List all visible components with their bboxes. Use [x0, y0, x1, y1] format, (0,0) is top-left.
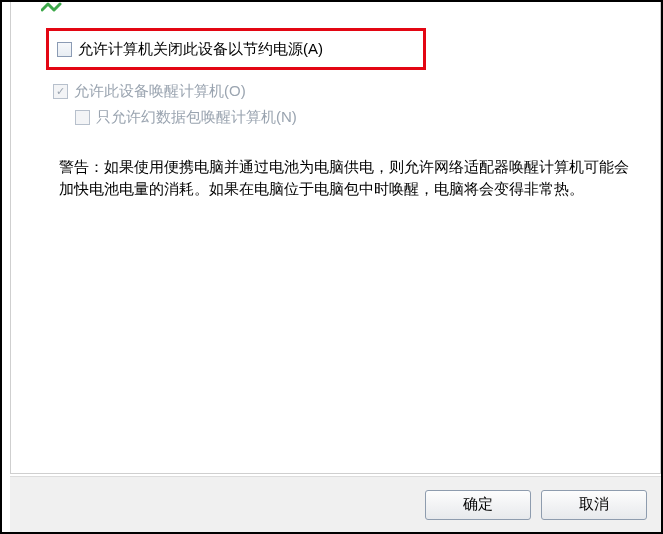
magic-packet-only-label: 只允许幻数据包唤醒计算机(N) [96, 108, 297, 127]
tab-content-panel: 允许计算机关闭此设备以节约电源(A) 允许此设备唤醒计算机(O) 只允许幻数据包… [10, 0, 661, 474]
device-icon [41, 0, 65, 14]
allow-power-off-checkbox[interactable] [57, 42, 72, 57]
allow-wake-checkbox [53, 84, 68, 99]
dialog-button-bar: 确定 取消 [10, 476, 661, 532]
allow-power-off-label: 允许计算机关闭此设备以节约电源(A) [78, 40, 323, 59]
allow-wake-label: 允许此设备唤醒计算机(O) [74, 82, 246, 101]
highlight-annotation: 允许计算机关闭此设备以节约电源(A) [46, 28, 426, 70]
cancel-button[interactable]: 取消 [541, 490, 647, 520]
warning-text: 警告：如果使用便携电脑并通过电池为电脑供电，则允许网络适配器唤醒计算机可能会加快… [59, 156, 632, 200]
magic-packet-only-checkbox [75, 110, 90, 125]
ok-button[interactable]: 确定 [425, 490, 531, 520]
